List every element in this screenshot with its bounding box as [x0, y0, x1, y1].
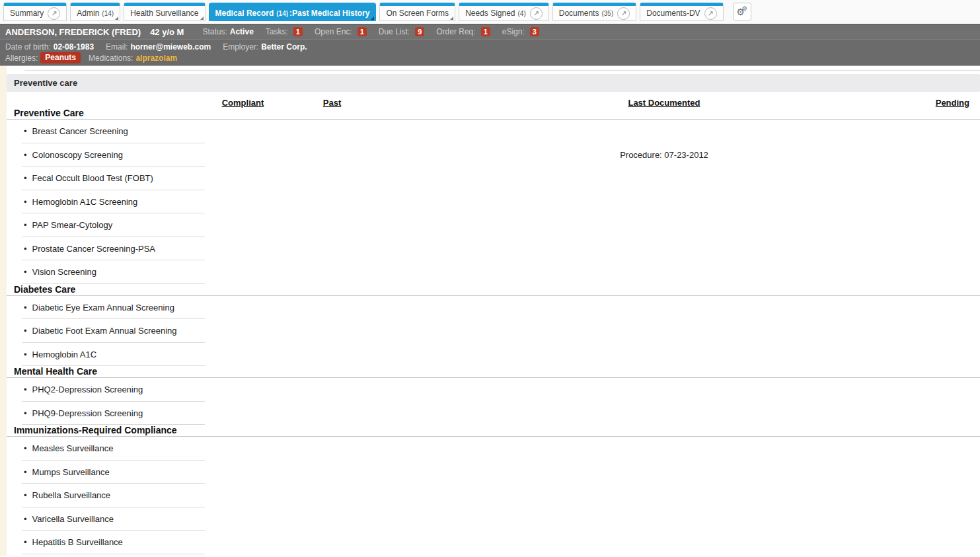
item-label: Mumps Surveillance — [32, 467, 110, 477]
tab-documents[interactable]: Documents (35) ↗ — [552, 3, 637, 21]
care-item-row: • PAP Smear-Cytology — [7, 213, 980, 237]
medication-alprazolam[interactable]: alprazolam — [135, 54, 177, 63]
email-label: Email: — [106, 42, 128, 52]
tab-needs-signed[interactable]: Needs Signed (4) ↗ — [459, 3, 549, 21]
section-header-diabetes-care: Diabetes Care — [7, 284, 980, 296]
patient-summary-bar: ANDERSON, FREDERICK (FRED) 42 y/o M Stat… — [0, 24, 980, 40]
bullet-icon: • — [24, 385, 27, 394]
open-new-window-icon[interactable]: ↗ — [617, 7, 630, 20]
care-item-row: • Prostate Cancer Screening-PSA — [7, 237, 980, 261]
care-item-row: • Hemoglobin A1C — [7, 343, 980, 367]
content-area: Preventive care Compliant Past Last Docu… — [0, 66, 980, 556]
section-header-mental-health-care: Mental Health Care — [7, 366, 980, 378]
bullet-icon: • — [24, 467, 27, 477]
section-header-preventive-care: Preventive Care — [7, 108, 980, 120]
column-header-pending[interactable]: Pending — [912, 98, 980, 108]
employer-label: Employer: — [223, 42, 258, 52]
tab-label: Medical Record — [215, 9, 274, 18]
item-label: Vision Screening — [32, 267, 96, 277]
medications-label: Medications: — [89, 54, 133, 63]
tab-count: (14) — [102, 10, 114, 17]
care-item-row: • Varicella Surveillance — [7, 507, 980, 531]
allergy-badge-peanuts[interactable]: Peanuts — [40, 52, 81, 63]
tab-summary[interactable]: Summary ↗ — [3, 3, 67, 21]
tab-label: Documents-DV — [646, 9, 700, 18]
bullet-icon: • — [24, 150, 27, 160]
open-enc-count-badge[interactable]: 1 — [358, 27, 367, 36]
main-panel: Preventive care Compliant Past Last Docu… — [7, 66, 980, 556]
patient-header: ANDERSON, FREDERICK (FRED) 42 y/o M Stat… — [0, 24, 980, 66]
item-label: Hemoglobin A1C Screening — [32, 197, 138, 207]
care-item-row: • Colonoscopy Screening Procedure: 07-23… — [7, 143, 980, 167]
table-column-header-row: Compliant Past Last Documented Pending — [7, 92, 980, 108]
gears-icon-small: ⚙ — [742, 5, 747, 12]
bullet-icon: • — [24, 490, 27, 500]
email-value: horner@mieweb.com — [130, 42, 211, 52]
tab-count: (4) — [518, 10, 526, 17]
preventive-care-table: Compliant Past Last Documented Pending P… — [7, 92, 980, 554]
order-req-count-badge[interactable]: 1 — [481, 27, 490, 36]
tab-bar: Summary ↗ Admin (14) Health Surveillance… — [0, 0, 980, 24]
tab-label: On Screen Forms — [386, 9, 449, 18]
care-item-row: • Vision Screening — [7, 260, 980, 284]
item-label: Rubella Surveillance — [32, 490, 111, 500]
esign-indicator: eSign: 3 — [502, 27, 539, 36]
open-new-window-icon[interactable]: ↗ — [530, 7, 543, 20]
open-enc-indicator: Open Enc: 1 — [315, 27, 367, 36]
tasks-count-badge[interactable]: 1 — [293, 27, 303, 36]
bullet-icon: • — [24, 408, 27, 418]
tab-admin[interactable]: Admin (14) — [70, 3, 120, 21]
tab-menu-fold-icon — [371, 17, 374, 20]
care-item-row: • Diabetic Eye Exam Annual Screening — [7, 296, 980, 320]
allergies-label: Allergies: — [5, 54, 38, 63]
tab-label: Documents — [559, 9, 599, 18]
due-list-count-badge[interactable]: 9 — [415, 27, 424, 36]
patient-status: Status: Active — [202, 27, 253, 36]
item-label: Diabetic Foot Exam Annual Screening — [32, 326, 177, 336]
tab-label: Admin — [77, 9, 99, 18]
tab-medical-record[interactable]: Medical Record (14) :Past Medical Histor… — [209, 3, 377, 21]
section-header-immunizations: Immunizations-Required Compliance — [7, 425, 980, 437]
column-header-past[interactable]: Past — [281, 98, 383, 108]
settings-button[interactable]: ⚙ ⚙ — [733, 3, 751, 20]
tab-menu-fold-icon — [200, 17, 204, 20]
item-label: Colonoscopy Screening — [32, 150, 123, 160]
item-label: Diabetic Eye Exam Annual Screening — [32, 303, 174, 313]
item-label: Hepatitis B Surveillance — [32, 537, 123, 547]
tab-count: (14) — [276, 10, 288, 17]
item-label: Measles Surveillance — [32, 443, 114, 453]
item-label: Hemoglobin A1C — [32, 350, 97, 359]
bullet-icon: • — [24, 303, 27, 313]
bullet-icon: • — [24, 197, 27, 207]
bullet-icon: • — [24, 173, 27, 183]
care-item-row: • Diabetic Foot Exam Annual Screening — [7, 319, 980, 343]
left-edge-strip — [0, 66, 7, 556]
tab-menu-fold-icon — [115, 17, 118, 20]
bullet-icon: • — [24, 267, 27, 277]
tab-documents-dv[interactable]: Documents-DV ↗ — [640, 3, 723, 21]
item-label: Breast Cancer Screening — [32, 126, 128, 136]
care-item-row: • Measles Surveillance — [7, 437, 980, 461]
esign-count-badge[interactable]: 3 — [530, 27, 539, 36]
open-new-window-icon[interactable]: ↗ — [704, 7, 717, 20]
patient-name: ANDERSON, FREDERICK (FRED) — [5, 27, 141, 37]
patient-details: Date of birth: 02-08-1983 Email: horner@… — [0, 40, 980, 66]
bullet-icon: • — [24, 514, 27, 524]
tab-on-screen-forms[interactable]: On Screen Forms — [379, 3, 455, 21]
panel-title-bar: Preventive care — [7, 74, 980, 92]
dob-label: Date of birth: — [5, 42, 51, 52]
bullet-icon: • — [24, 126, 27, 136]
bullet-icon: • — [24, 326, 27, 336]
tab-label: Summary — [10, 9, 44, 18]
item-label: Fecal Occult Blood Test (FOBT) — [32, 173, 153, 183]
care-item-row: • Hemoglobin A1C Screening — [7, 190, 980, 214]
tab-label-suffix: :Past Medical History — [289, 9, 369, 18]
open-new-window-icon[interactable]: ↗ — [48, 7, 60, 20]
dob-value: 02-08-1983 — [54, 42, 94, 52]
care-item-row: • PHQ2-Depression Screening — [7, 378, 980, 402]
column-header-compliant[interactable]: Compliant — [205, 98, 281, 108]
tab-count: (35) — [601, 10, 613, 17]
due-list-indicator: Due List: 9 — [379, 27, 424, 36]
column-header-last-documented[interactable]: Last Documented — [383, 98, 912, 108]
tab-health-surveillance[interactable]: Health Surveillance — [124, 3, 205, 21]
